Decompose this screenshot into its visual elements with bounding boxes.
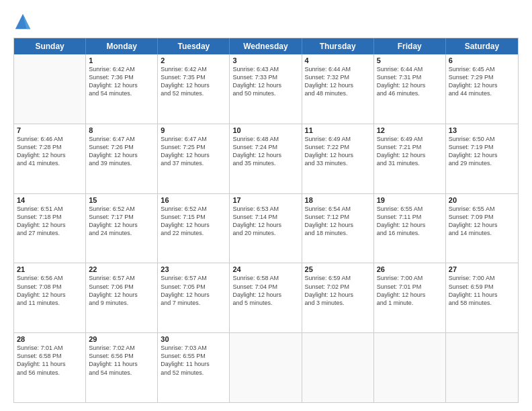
weekday-header: Friday [374, 38, 446, 54]
cell-info-line: Sunrise: 6:45 AM [449, 65, 515, 73]
cell-info-line: and 46 minutes. [377, 89, 443, 97]
weekday-header: Saturday [446, 38, 518, 54]
day-number: 29 [89, 335, 154, 343]
cell-info-line: Sunrise: 7:03 AM [161, 344, 226, 352]
cell-info-line: Daylight: 12 hours [232, 81, 298, 89]
cell-info-line: Sunrise: 6:55 AM [449, 205, 515, 213]
cell-info-line: Daylight: 12 hours [377, 81, 443, 89]
cell-info-line: Sunset: 7:08 PM [17, 283, 83, 291]
calendar-cell: 20Sunrise: 6:55 AMSunset: 7:09 PMDayligh… [446, 194, 518, 263]
cell-info-line: Sunrise: 7:00 AM [449, 274, 515, 282]
cell-info-line: and 31 minutes. [377, 159, 443, 167]
calendar-cell: 6Sunrise: 6:45 AMSunset: 7:29 PMDaylight… [446, 54, 518, 124]
calendar-cell: 9Sunrise: 6:47 AMSunset: 7:25 PMDaylight… [158, 124, 230, 193]
day-number: 7 [17, 126, 83, 134]
calendar: SundayMondayTuesdayWednesdayThursdayFrid… [13, 38, 519, 403]
weekday-header: Thursday [302, 38, 374, 54]
cell-info-line: Sunset: 7:26 PM [89, 143, 154, 151]
day-number: 3 [232, 56, 298, 64]
logo-icon [13, 12, 32, 31]
cell-info-line: Sunset: 7:11 PM [377, 213, 443, 221]
cell-info-line: Daylight: 12 hours [449, 81, 515, 89]
day-number: 11 [305, 126, 371, 134]
day-number: 15 [89, 196, 154, 204]
calendar-week: 28Sunrise: 7:01 AMSunset: 6:58 PMDayligh… [14, 333, 518, 402]
calendar-cell: 2Sunrise: 6:42 AMSunset: 7:35 PMDaylight… [158, 54, 230, 124]
cell-info-line: and 9 minutes. [89, 299, 154, 307]
calendar-week: 21Sunrise: 6:56 AMSunset: 7:08 PMDayligh… [14, 263, 518, 333]
cell-info-line: Daylight: 12 hours [377, 221, 443, 229]
cell-info-line: Sunrise: 6:56 AM [17, 274, 83, 282]
weekday-header: Sunday [14, 38, 86, 54]
cell-info-line: Daylight: 12 hours [232, 221, 298, 229]
cell-info-line: Sunset: 7:02 PM [305, 283, 371, 291]
cell-info-line: Sunrise: 6:57 AM [89, 274, 154, 282]
cell-info-line: and 20 minutes. [232, 229, 298, 237]
day-number: 24 [232, 265, 298, 273]
cell-info-line: Daylight: 12 hours [89, 221, 154, 229]
cell-info-line: and 54 minutes. [89, 369, 154, 377]
cell-info-line: and 5 minutes. [232, 299, 298, 307]
cell-info-line: Sunrise: 7:01 AM [17, 344, 83, 352]
day-number: 20 [449, 196, 515, 204]
cell-info-line: and 33 minutes. [305, 159, 371, 167]
day-number: 18 [305, 196, 371, 204]
cell-info-line: Sunrise: 7:00 AM [377, 274, 443, 282]
calendar-week: 14Sunrise: 6:51 AMSunset: 7:18 PMDayligh… [14, 194, 518, 264]
calendar-cell: 16Sunrise: 6:52 AMSunset: 7:15 PMDayligh… [158, 194, 230, 263]
calendar-cell: 11Sunrise: 6:49 AMSunset: 7:22 PMDayligh… [302, 124, 374, 193]
cell-info-line: Daylight: 12 hours [377, 291, 443, 299]
calendar-cell: 18Sunrise: 6:54 AMSunset: 7:12 PMDayligh… [302, 194, 374, 263]
cell-info-line: Daylight: 12 hours [17, 151, 83, 159]
calendar-cell: 10Sunrise: 6:48 AMSunset: 7:24 PMDayligh… [230, 124, 302, 193]
day-number: 22 [89, 265, 154, 273]
day-number: 28 [17, 335, 83, 343]
cell-info-line: Daylight: 12 hours [161, 151, 226, 159]
cell-info-line: Sunset: 7:33 PM [232, 73, 298, 81]
calendar-cell [374, 333, 446, 402]
cell-info-line: Daylight: 11 hours [449, 291, 515, 299]
cell-info-line: and 50 minutes. [232, 89, 298, 97]
cell-info-line: and 22 minutes. [161, 229, 226, 237]
cell-info-line: Daylight: 12 hours [305, 221, 371, 229]
cell-info-line: and 44 minutes. [449, 89, 515, 97]
calendar-header: SundayMondayTuesdayWednesdayThursdayFrid… [14, 38, 518, 54]
cell-info-line: Sunset: 7:31 PM [377, 73, 443, 81]
cell-info-line: Sunrise: 6:58 AM [232, 274, 298, 282]
cell-info-line: Sunrise: 6:47 AM [89, 135, 154, 143]
day-number: 25 [305, 265, 371, 273]
cell-info-line: Daylight: 11 hours [89, 360, 154, 368]
day-number: 1 [89, 56, 154, 64]
calendar-cell: 15Sunrise: 6:52 AMSunset: 7:17 PMDayligh… [86, 194, 158, 263]
day-number: 4 [305, 56, 371, 64]
cell-info-line: Daylight: 12 hours [305, 291, 371, 299]
cell-info-line: Sunrise: 6:44 AM [305, 65, 371, 73]
calendar-cell: 25Sunrise: 6:59 AMSunset: 7:02 PMDayligh… [302, 263, 374, 332]
cell-info-line: Daylight: 12 hours [89, 291, 154, 299]
cell-info-line: Daylight: 12 hours [161, 291, 226, 299]
cell-info-line: Sunrise: 6:44 AM [377, 65, 443, 73]
calendar-week: 1Sunrise: 6:42 AMSunset: 7:36 PMDaylight… [14, 54, 518, 124]
day-number: 14 [17, 196, 83, 204]
cell-info-line: Daylight: 12 hours [449, 221, 515, 229]
day-number: 5 [377, 56, 443, 64]
cell-info-line: and 24 minutes. [89, 229, 154, 237]
cell-info-line: Daylight: 12 hours [17, 221, 83, 229]
cell-info-line: and 7 minutes. [161, 299, 226, 307]
cell-info-line: Sunset: 7:21 PM [377, 143, 443, 151]
cell-info-line: Sunset: 7:17 PM [89, 213, 154, 221]
calendar-cell: 17Sunrise: 6:53 AMSunset: 7:14 PMDayligh… [230, 194, 302, 263]
calendar-cell: 22Sunrise: 6:57 AMSunset: 7:06 PMDayligh… [86, 263, 158, 332]
page: SundayMondayTuesdayWednesdayThursdayFrid… [0, 0, 532, 411]
cell-info-line: Sunset: 6:58 PM [17, 352, 83, 360]
day-number: 12 [377, 126, 443, 134]
cell-info-line: Daylight: 12 hours [449, 151, 515, 159]
cell-info-line: Daylight: 12 hours [161, 221, 226, 229]
calendar-cell: 14Sunrise: 6:51 AMSunset: 7:18 PMDayligh… [14, 194, 86, 263]
cell-info-line: Daylight: 12 hours [232, 151, 298, 159]
cell-info-line: Sunrise: 6:48 AM [232, 135, 298, 143]
cell-info-line: Sunrise: 6:46 AM [17, 135, 83, 143]
calendar-cell [446, 333, 518, 402]
calendar-cell [14, 54, 86, 124]
day-number: 10 [232, 126, 298, 134]
